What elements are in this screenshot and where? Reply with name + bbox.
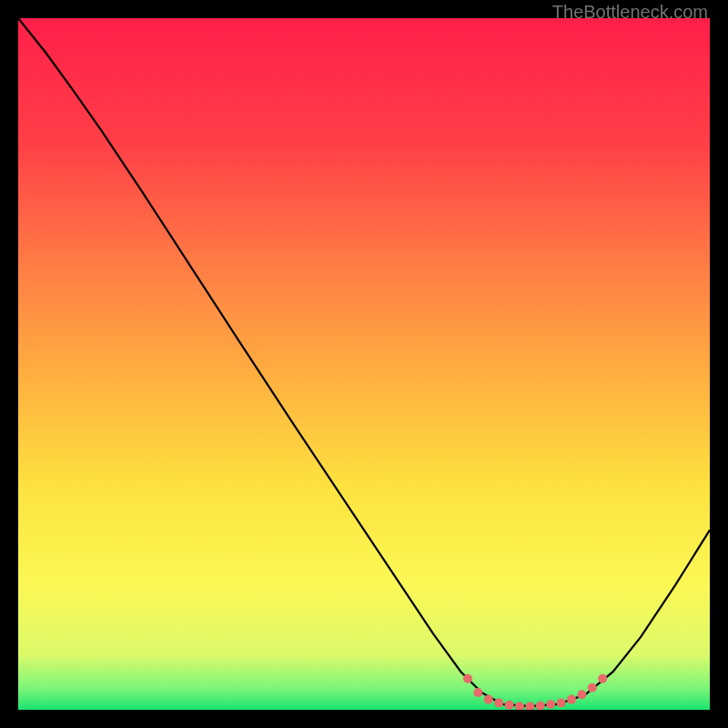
optimal-marker-dot	[505, 701, 514, 710]
plot-area	[18, 18, 710, 710]
watermark-text: TheBottleneck.com	[552, 2, 708, 23]
optimal-marker-dot	[484, 695, 493, 704]
chart-container: TheBottleneck.com	[0, 0, 728, 728]
optimal-marker-dot	[536, 701, 545, 710]
optimal-marker-dot	[473, 688, 482, 697]
optimal-marker-dot	[567, 695, 576, 704]
optimal-marker-dot	[494, 698, 503, 707]
gradient-background	[18, 18, 710, 710]
optimal-marker-dot	[598, 674, 607, 683]
optimal-marker-dot	[463, 674, 472, 683]
chart-svg	[18, 18, 710, 710]
optimal-marker-dot	[577, 690, 586, 699]
optimal-marker-dot	[588, 683, 597, 693]
optimal-marker-dot	[546, 700, 555, 709]
optimal-marker-dot	[557, 698, 566, 707]
